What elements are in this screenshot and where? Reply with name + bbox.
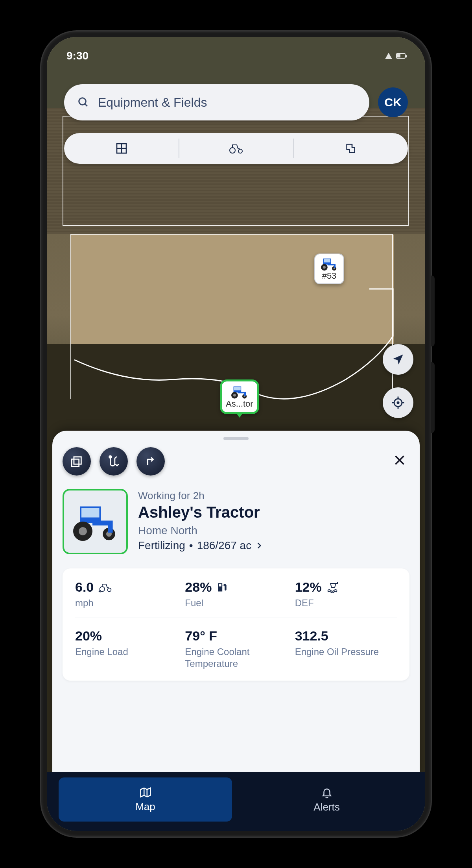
search-input[interactable] bbox=[98, 95, 356, 110]
metric-def-value: 12% bbox=[295, 579, 322, 595]
fuel-pump-icon bbox=[216, 581, 227, 593]
status-bar: 9:30 bbox=[47, 44, 425, 68]
bell-icon bbox=[321, 786, 333, 799]
crosshair-icon bbox=[391, 396, 405, 409]
metric-speed: 6.0 mph bbox=[75, 579, 177, 609]
screen: 9:30 CK bbox=[47, 37, 425, 831]
metric-coolant-temp-label: Engine Coolant Temperature bbox=[185, 646, 287, 670]
svg-point-10 bbox=[323, 266, 326, 269]
map-marker-selected[interactable]: As...tor bbox=[220, 379, 259, 414]
sheet-action-path-button[interactable] bbox=[100, 447, 128, 476]
nav-map-label: Map bbox=[135, 801, 155, 813]
svg-rect-14 bbox=[234, 387, 241, 390]
equipment-field-name: Home North bbox=[138, 524, 409, 537]
equipment-name: Ashley's Tractor bbox=[138, 503, 409, 521]
nav-alerts-tab[interactable]: Alerts bbox=[240, 777, 413, 822]
map-marker-label: As...tor bbox=[226, 399, 253, 409]
search-icon bbox=[77, 96, 89, 108]
tractor-icon bbox=[318, 257, 340, 271]
svg-rect-39 bbox=[219, 584, 221, 586]
location-arrow-icon bbox=[391, 353, 405, 366]
metric-oil-pressure-value: 312.5 bbox=[295, 628, 328, 644]
svg-point-24 bbox=[397, 402, 399, 403]
def-fluid-icon bbox=[326, 582, 340, 593]
svg-point-33 bbox=[79, 527, 87, 535]
equipment-thumbnail[interactable] bbox=[63, 489, 128, 554]
metric-fuel: 28% Fuel bbox=[185, 579, 287, 609]
equipment-task-progress: 186/267 ac bbox=[197, 539, 252, 552]
recenter-location-button[interactable] bbox=[383, 344, 413, 375]
metric-fuel-value: 28% bbox=[185, 579, 212, 595]
search-bar[interactable] bbox=[64, 84, 369, 120]
metric-coolant-temp: 79° F Engine Coolant Temperature bbox=[185, 628, 287, 670]
svg-point-37 bbox=[108, 588, 111, 591]
tractor-speed-icon bbox=[98, 582, 112, 593]
metric-engine-load-label: Engine Load bbox=[75, 646, 177, 658]
svg-point-27 bbox=[109, 456, 112, 458]
svg-rect-31 bbox=[81, 508, 100, 518]
metric-oil-pressure-label: Engine Oil Pressure bbox=[295, 646, 397, 658]
metric-def: 12% DEF bbox=[295, 579, 397, 609]
svg-rect-8 bbox=[324, 259, 330, 262]
status-time: 9:30 bbox=[66, 50, 88, 62]
close-sheet-button[interactable] bbox=[390, 452, 409, 471]
equipment-task-type: Fertilizing bbox=[138, 539, 185, 552]
layer-fields-button[interactable] bbox=[64, 133, 179, 164]
sheet-drag-handle[interactable] bbox=[223, 437, 249, 440]
close-icon bbox=[393, 453, 407, 467]
svg-point-16 bbox=[233, 394, 236, 397]
tractor-icon bbox=[228, 143, 244, 154]
fields-grid-icon bbox=[115, 142, 128, 155]
layers-stack-icon bbox=[70, 455, 83, 468]
metrics-card: 6.0 mph 28% Fuel bbox=[63, 568, 409, 681]
turn-arrow-icon bbox=[145, 455, 157, 467]
map-icon bbox=[139, 787, 152, 798]
layer-boundaries-button[interactable] bbox=[293, 133, 408, 164]
phone-frame: 9:30 CK bbox=[41, 31, 431, 837]
svg-point-0 bbox=[79, 98, 86, 105]
equipment-detail-sheet: Working for 2h Ashley's Tractor Home Nor… bbox=[52, 431, 420, 776]
metric-coolant-temp-value: 79° F bbox=[185, 628, 217, 644]
equipment-task-row[interactable]: Fertilizing • 186/267 ac bbox=[138, 539, 409, 552]
sheet-action-views-button[interactable] bbox=[63, 447, 91, 476]
metric-oil-pressure: 312.5 Engine Oil Pressure bbox=[295, 628, 397, 670]
svg-rect-26 bbox=[72, 459, 79, 466]
tractor-icon bbox=[68, 502, 123, 541]
target-center-button[interactable] bbox=[383, 387, 413, 418]
svg-point-6 bbox=[238, 149, 242, 153]
task-separator: • bbox=[189, 539, 193, 552]
layer-equipment-button[interactable] bbox=[179, 133, 293, 164]
equipment-working-status: Working for 2h bbox=[138, 490, 409, 502]
bottom-nav: Map Alerts bbox=[47, 772, 425, 831]
sheet-action-navigate-button[interactable] bbox=[136, 447, 165, 476]
svg-rect-25 bbox=[74, 457, 81, 464]
battery-icon bbox=[396, 53, 406, 59]
metric-def-label: DEF bbox=[295, 597, 397, 609]
nav-alerts-label: Alerts bbox=[313, 801, 339, 813]
svg-line-1 bbox=[85, 104, 87, 106]
metric-engine-load-value: 20% bbox=[75, 628, 102, 644]
map-marker-53[interactable]: #53 bbox=[314, 254, 344, 284]
metric-fuel-label: Fuel bbox=[185, 597, 287, 609]
svg-point-5 bbox=[230, 148, 235, 153]
layer-segmented-control bbox=[64, 133, 408, 164]
tractor-icon bbox=[229, 385, 251, 399]
metric-speed-label: mph bbox=[75, 597, 177, 609]
signal-icon bbox=[385, 53, 392, 59]
metric-engine-load: 20% Engine Load bbox=[75, 628, 177, 670]
map-marker-label: #53 bbox=[322, 271, 337, 281]
chevron-right-icon bbox=[255, 541, 263, 550]
svg-point-36 bbox=[100, 587, 105, 592]
user-avatar[interactable]: CK bbox=[378, 87, 408, 117]
boundary-shape-icon bbox=[344, 142, 357, 155]
metric-speed-value: 6.0 bbox=[75, 579, 94, 595]
svg-marker-40 bbox=[140, 788, 150, 797]
nav-map-tab[interactable]: Map bbox=[59, 777, 232, 822]
path-route-icon bbox=[107, 455, 120, 468]
